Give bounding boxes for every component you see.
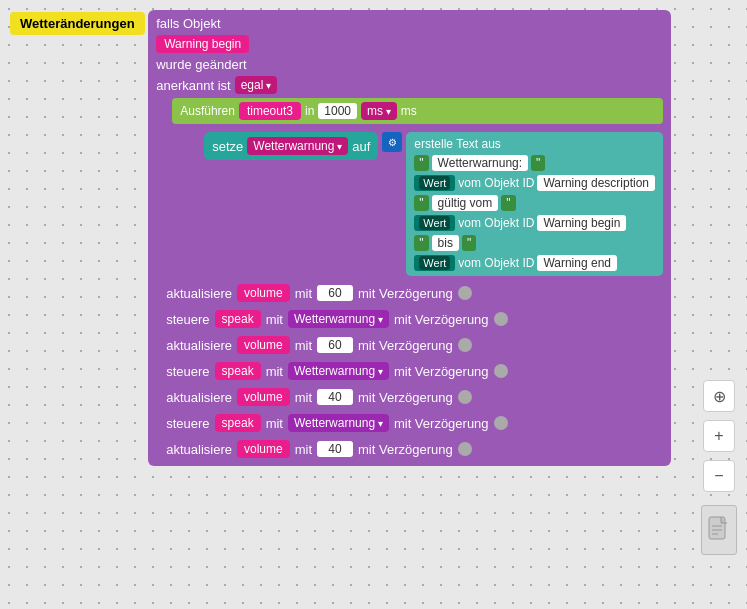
speak-pill-3: speak (215, 414, 261, 432)
quote-close-5: " (462, 235, 476, 251)
text-row-3: " gültig vom " (414, 195, 655, 211)
action-row-2: steuere speak mit Wetterwarnung mit Verz… (166, 310, 663, 328)
timeout-value[interactable]: 1000 (318, 103, 357, 119)
wert-dropdown-3[interactable]: Wert (419, 256, 450, 270)
crosshair-button[interactable]: ⊕ (703, 380, 735, 412)
text-row-6: Wert vom Objekt ID Warning end (414, 255, 655, 271)
volume-pill-7: volume (237, 440, 290, 458)
quote-open-5: " (414, 235, 428, 251)
vol-value-1[interactable]: 60 (317, 285, 353, 301)
wert-dropdown-1[interactable]: Wert (419, 176, 450, 190)
value-block-2: Wert (414, 215, 455, 231)
warning-begin-row: Warning begin (156, 35, 663, 53)
mit-4: mit (266, 364, 283, 379)
delay-label-4: mit Verzögerung (394, 364, 489, 379)
delay-label-1: mit Verzögerung (358, 286, 453, 301)
delay-dot-4[interactable] (494, 364, 508, 378)
file-icon (701, 505, 737, 555)
vol-value-7[interactable]: 40 (317, 441, 353, 457)
steuere-2: steuere (166, 364, 209, 379)
wetterwarnung-var-3[interactable]: Wetterwarnung (288, 414, 389, 432)
wetterwarnung-dropdown[interactable]: Wetterwarnung (247, 137, 348, 155)
changed-text: wurde geändert (156, 57, 246, 72)
delay-label-2: mit Verzögerung (394, 312, 489, 327)
speak-pill-1: speak (215, 310, 261, 328)
wert-dropdown-2[interactable]: Wert (419, 216, 450, 230)
recognized-label: anerkannt ist (156, 78, 230, 93)
text-row-5: " bis " (414, 235, 655, 251)
mit-1: mit (295, 286, 312, 301)
speak-pill-2: speak (215, 362, 261, 380)
obj-id-label-3: vom Objekt ID (458, 256, 534, 270)
vol-value-3[interactable]: 60 (317, 337, 353, 353)
wetterwarnung-var-1[interactable]: Wetterwarnung (288, 310, 389, 328)
delay-label-5: mit Verzögerung (358, 390, 453, 405)
quote-close-3: " (501, 195, 515, 211)
action-row-1: aktualisiere volume mit 60 mit Verzögeru… (166, 284, 663, 302)
mit-6: mit (266, 416, 283, 431)
obj-id-label-1: vom Objekt ID (458, 176, 534, 190)
volume-pill-3: volume (237, 336, 290, 354)
obj-id-label-2: vom Objekt ID (458, 216, 534, 230)
unit2-label: ms (401, 104, 417, 118)
mit-2: mit (266, 312, 283, 327)
delay-dot-3[interactable] (458, 338, 472, 352)
unit-dropdown[interactable]: ms (361, 102, 397, 120)
obj-val-3[interactable]: Warning end (537, 255, 617, 271)
value-block-3: Wert (414, 255, 455, 271)
category-label: Wetteränderungen (10, 12, 145, 35)
timeout-pill: timeout3 (239, 102, 301, 120)
delay-label-3: mit Verzögerung (358, 338, 453, 353)
if-object-row: falls Objekt (156, 16, 663, 31)
execute-block: Ausführen timeout3 in 1000 ms ms (172, 98, 663, 124)
blue-icon-container: ⚙ (382, 132, 402, 152)
text-row-2: Wert vom Objekt ID Warning description (414, 175, 655, 191)
execute-label: Ausführen (180, 104, 235, 118)
vol-value-5[interactable]: 40 (317, 389, 353, 405)
settings-icon[interactable]: ⚙ (382, 132, 402, 152)
text-val-3[interactable]: gültig vom (432, 195, 499, 211)
action-row-5: aktualisiere volume mit 40 mit Verzögeru… (166, 388, 663, 406)
set-block: setze Wetterwarnung auf (204, 132, 378, 160)
delay-label-7: mit Verzögerung (358, 442, 453, 457)
steuere-3: steuere (166, 416, 209, 431)
zoom-in-button[interactable]: + (703, 420, 735, 452)
in-label: in (305, 104, 314, 118)
volume-pill-1: volume (237, 284, 290, 302)
create-text-block: erstelle Text aus " Wetterwarnung: " Wer… (406, 132, 663, 276)
aktualisiere-1: aktualisiere (166, 286, 232, 301)
mit-3: mit (295, 338, 312, 353)
action-row-6: steuere speak mit Wetterwarnung mit Verz… (166, 414, 663, 432)
quote-open-3: " (414, 195, 428, 211)
action-row-3: aktualisiere volume mit 60 mit Verzögeru… (166, 336, 663, 354)
mit-7: mit (295, 442, 312, 457)
delay-dot-6[interactable] (494, 416, 508, 430)
delay-dot-2[interactable] (494, 312, 508, 326)
delay-dot-7[interactable] (458, 442, 472, 456)
delay-dot-1[interactable] (458, 286, 472, 300)
auf-text: auf (352, 139, 370, 154)
create-text-header: erstelle Text aus (414, 137, 655, 151)
obj-val-1[interactable]: Warning description (537, 175, 655, 191)
right-controls: ⊕ + − (701, 380, 737, 555)
mit-5: mit (295, 390, 312, 405)
obj-val-2[interactable]: Warning begin (537, 215, 626, 231)
setze-text: setze (212, 139, 243, 154)
steuere-1: steuere (166, 312, 209, 327)
delay-label-6: mit Verzögerung (394, 416, 489, 431)
text-val-5[interactable]: bis (432, 235, 459, 251)
text-row-4: Wert vom Objekt ID Warning begin (414, 215, 655, 231)
text-val-1[interactable]: Wetterwarnung: (432, 155, 529, 171)
delay-dot-5[interactable] (458, 390, 472, 404)
zoom-out-button[interactable]: − (703, 460, 735, 492)
action-row-4: steuere speak mit Wetterwarnung mit Verz… (166, 362, 663, 380)
aktualisiere-7: aktualisiere (166, 442, 232, 457)
text-row-1: " Wetterwarnung: " (414, 155, 655, 171)
aktualisiere-3: aktualisiere (166, 338, 232, 353)
warning-begin-pill: Warning begin (156, 35, 249, 53)
action-row-7: aktualisiere volume mit 40 mit Verzögeru… (166, 440, 663, 458)
value-block-1: Wert (414, 175, 455, 191)
recognized-dropdown[interactable]: egal (235, 76, 277, 94)
if-object-text: falls Objekt (156, 16, 220, 31)
wetterwarnung-var-2[interactable]: Wetterwarnung (288, 362, 389, 380)
